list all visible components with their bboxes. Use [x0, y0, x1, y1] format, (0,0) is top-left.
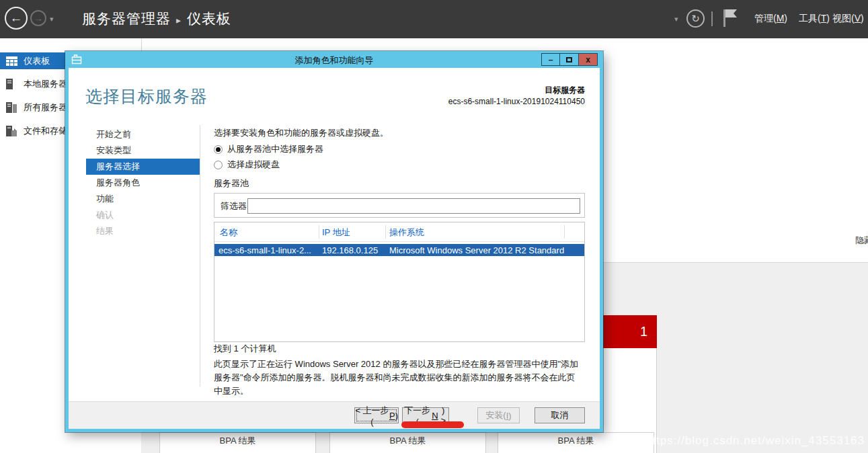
breadcrumb-separator-icon: ▸: [171, 15, 187, 26]
filter-section: 筛选器:: [214, 193, 585, 218]
step-installation-type[interactable]: 安装类型: [86, 142, 200, 159]
step-confirmation: 确认: [86, 207, 200, 223]
cell-ip: 192.168.0.125: [322, 245, 378, 255]
server-caret-icon[interactable]: ▾: [674, 15, 678, 24]
step-features[interactable]: 功能: [86, 191, 200, 207]
menu-view[interactable]: 视图(V): [832, 13, 864, 25]
servers-icon: [6, 102, 21, 113]
breadcrumb: 服务器管理器▸仪表板: [82, 9, 231, 28]
breadcrumb-page: 仪表板: [187, 11, 231, 26]
cancel-button[interactable]: 取消: [535, 407, 585, 423]
radio-label: 从服务器池中选择服务器: [227, 143, 323, 155]
result-count: 找到 1 个计算机: [214, 343, 276, 355]
watermark: https://blog.csdn.net/weixin_43553163: [645, 434, 865, 448]
minimize-icon[interactable]: –: [541, 53, 560, 66]
bpa-results-link[interactable]: BPA 结果: [498, 432, 654, 453]
radio-checked-icon: [214, 145, 223, 154]
column-separator: [385, 225, 386, 239]
instruction-text: 选择要安装角色和功能的服务器或虚拟硬盘。: [214, 127, 389, 139]
menu-manage[interactable]: 管理(M): [754, 13, 787, 25]
back-icon[interactable]: ←: [5, 7, 28, 30]
refresh-icon[interactable]: ↻: [686, 9, 705, 28]
install-button: 安装(I): [477, 407, 520, 423]
menu-tools[interactable]: 工具(T): [799, 13, 830, 25]
window-controls: – x: [541, 53, 598, 66]
filter-label: 筛选器:: [221, 200, 249, 212]
maximize-glyph: [566, 57, 572, 63]
sidebar-item-label: 本地服务器: [24, 78, 67, 90]
notifications-flag-icon[interactable]: [722, 8, 738, 28]
radio-unchecked-icon: [214, 161, 223, 169]
step-before-begin[interactable]: 开始之前: [86, 126, 200, 142]
alert-count-badge[interactable]: 1: [603, 315, 657, 348]
previous-button[interactable]: < 上一步(P): [354, 407, 399, 423]
radio-select-vhd[interactable]: 选择虚拟硬盘: [214, 159, 280, 171]
column-separator: [319, 225, 319, 239]
header-divider: [214, 241, 584, 242]
column-header-ip[interactable]: IP 地址: [322, 226, 350, 239]
step-results: 结果: [86, 223, 200, 239]
table-row[interactable]: ecs-s6-small-1-linux-2... 192.168.0.125 …: [214, 244, 584, 256]
server-manager-screen: ← → ▾ 服务器管理器▸仪表板 ▾ ↻ 管理(M) 工具(T) 视图(V): [0, 0, 868, 453]
step-server-selection[interactable]: 服务器选择: [86, 159, 200, 175]
forward-arrow-glyph: →: [34, 13, 43, 24]
cell-os: Microsoft Windows Server 2012 R2 Standar…: [389, 245, 564, 255]
sidebar-item-label: 仪表板: [24, 55, 50, 67]
radio-label: 选择虚拟硬盘: [227, 159, 280, 171]
annotation-underline: [401, 421, 464, 428]
radio-select-from-pool[interactable]: 从服务器池中选择服务器: [214, 143, 323, 155]
dialog-body: 选择目标服务器 目标服务器 ecs-s6-small-1-linux-20191…: [69, 68, 600, 429]
breadcrumb-app: 服务器管理器: [82, 11, 171, 26]
nav-history-caret-icon[interactable]: ▾: [50, 15, 54, 24]
server-icon: [6, 79, 21, 89]
bpa-results-link[interactable]: BPA 结果: [159, 432, 316, 453]
filter-input[interactable]: [247, 198, 580, 214]
hide-link[interactable]: 隐藏: [855, 235, 868, 247]
refresh-glyph: ↻: [691, 13, 700, 25]
bpa-results-link[interactable]: BPA 结果: [329, 432, 486, 453]
page-title: 选择目标服务器: [85, 85, 208, 108]
column-header-name[interactable]: 名称: [220, 226, 237, 239]
server-pool-label: 服务器池: [214, 177, 249, 190]
topbar-divider: [711, 11, 713, 26]
back-arrow-glyph: ←: [10, 11, 23, 26]
server-pool-table: 名称 IP 地址 操作系统 ecs-s6-small-1-linux-2... …: [214, 222, 585, 342]
dialog-title: 添加角色和功能向导: [65, 54, 603, 67]
wizard-footer: < 上一步(P) 下一步(N) > 安装(I) 取消: [69, 401, 600, 429]
forward-icon: →: [30, 10, 46, 26]
wizard-steps-nav: 开始之前 安装类型 服务器选择 服务器角色 功能 确认 结果: [86, 126, 200, 239]
steps-divider: [200, 125, 200, 386]
page-description: 此页显示了正在运行 Windows Server 2012 的服务器以及那些已经…: [214, 358, 580, 398]
dashboard-grid-icon: [6, 56, 21, 66]
dialog-titlebar: 添加角色和功能向导 – x: [65, 51, 603, 68]
add-roles-wizard-dialog: 添加角色和功能向导 – x 选择目标服务器 目标服务器 ecs-s6-small…: [65, 51, 603, 432]
column-separator: [564, 225, 565, 239]
maximize-icon[interactable]: [560, 53, 579, 66]
wizard-content: 选择要安装角色和功能的服务器或虚拟硬盘。 从服务器池中选择服务器 选择虚拟硬盘 …: [214, 68, 585, 429]
cell-name: ecs-s6-small-1-linux-2...: [219, 245, 311, 255]
content-divider: [141, 38, 142, 52]
file-storage-icon: [6, 126, 21, 136]
column-header-os[interactable]: 操作系统: [389, 226, 424, 239]
close-icon[interactable]: x: [579, 53, 598, 66]
sidebar-item-label: 所有服务器: [24, 101, 67, 114]
step-server-roles[interactable]: 服务器角色: [86, 175, 200, 191]
top-bar: ← → ▾ 服务器管理器▸仪表板 ▾ ↻ 管理(M) 工具(T) 视图(V): [0, 0, 868, 38]
